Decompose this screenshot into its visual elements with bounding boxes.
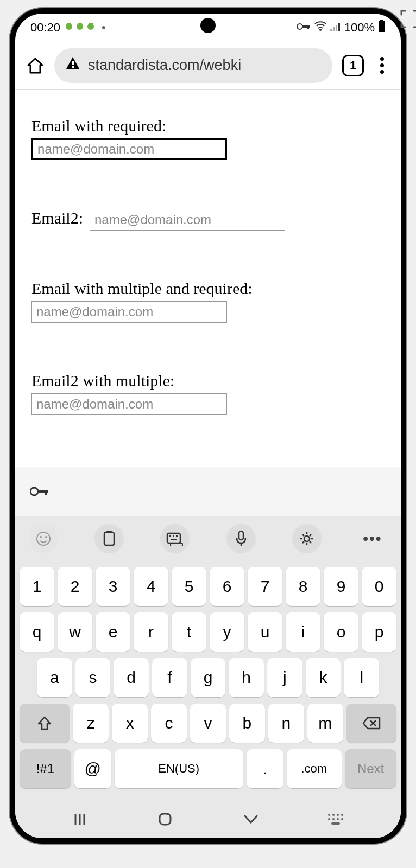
key-1[interactable]: 1 — [20, 567, 54, 606]
key-5[interactable]: 5 — [172, 567, 206, 606]
key-q[interactable]: q — [20, 612, 54, 652]
key-t[interactable]: t — [172, 612, 206, 652]
keyboard-row-space: !#1 @ EN(US) . .com Next — [20, 749, 396, 788]
key-4[interactable]: 4 — [134, 567, 168, 606]
tab-count-text: 1 — [350, 59, 356, 73]
key-x[interactable]: x — [112, 704, 148, 743]
keyboard-row-bottom: z x c v b n m — [20, 704, 396, 743]
symbols-key[interactable]: !#1 — [20, 749, 71, 788]
key-3[interactable]: 3 — [96, 567, 130, 606]
field-label: Email with multiple and required: — [31, 279, 385, 298]
key-v[interactable]: v — [190, 704, 226, 743]
svg-point-46 — [341, 818, 343, 820]
com-key[interactable]: .com — [287, 749, 342, 788]
form-field-email-multiple-required: Email with multiple and required: — [31, 279, 385, 323]
key-7[interactable]: 7 — [248, 567, 282, 606]
svg-rect-38 — [160, 814, 171, 825]
at-key[interactable]: @ — [74, 749, 111, 788]
vpn-key-icon — [297, 21, 311, 35]
key-h[interactable]: h — [229, 658, 264, 697]
key-6[interactable]: 6 — [210, 567, 244, 606]
key-o[interactable]: o — [324, 612, 358, 652]
voice-input-button[interactable] — [226, 524, 256, 553]
key-8[interactable]: 8 — [286, 567, 320, 606]
svg-rect-47 — [331, 822, 340, 825]
key-a[interactable]: a — [37, 658, 72, 697]
form-field-email-required: Email with required: — [31, 117, 385, 160]
next-key[interactable]: Next — [345, 749, 396, 788]
key-d[interactable]: d — [114, 658, 149, 697]
key-k[interactable]: k — [306, 658, 341, 697]
key-2[interactable]: 2 — [58, 567, 92, 606]
key-i[interactable]: i — [286, 612, 320, 652]
svg-rect-30 — [171, 539, 177, 540]
password-key-icon[interactable] — [29, 481, 51, 502]
svg-point-6 — [297, 24, 302, 29]
notification-dot-icon: • — [102, 21, 106, 35]
key-0[interactable]: 0 — [362, 567, 396, 606]
period-key[interactable]: . — [247, 749, 283, 788]
space-key[interactable]: EN(US) — [115, 749, 243, 788]
field-label: Email with required: — [31, 117, 385, 135]
key-p[interactable]: p — [362, 612, 396, 652]
browser-toolbar: standardista.com/webki 1 — [15, 42, 401, 90]
key-n[interactable]: n — [268, 704, 304, 743]
email2-multiple-input[interactable] — [31, 393, 227, 415]
url-bar[interactable]: standardista.com/webki — [54, 48, 332, 83]
emoji-button[interactable] — [29, 524, 58, 553]
keyboard-toggle-button[interactable] — [323, 806, 350, 833]
home-nav-button[interactable] — [152, 806, 179, 833]
svg-rect-32 — [239, 531, 243, 540]
svg-rect-16 — [72, 61, 74, 65]
key-l[interactable]: l — [344, 658, 379, 697]
svg-point-22 — [40, 536, 42, 538]
key-m[interactable]: m — [307, 704, 343, 743]
svg-rect-29 — [176, 535, 178, 537]
key-s[interactable]: s — [75, 658, 111, 697]
status-time: 00:20 — [30, 21, 60, 35]
svg-rect-8 — [307, 25, 309, 29]
email-multiple-required-input[interactable] — [31, 301, 227, 323]
key-y[interactable]: y — [210, 612, 244, 652]
key-b[interactable]: b — [229, 704, 265, 743]
email-required-input[interactable] — [31, 138, 227, 160]
key-f[interactable]: f — [152, 658, 187, 697]
home-button[interactable] — [26, 56, 45, 75]
svg-rect-13 — [338, 23, 340, 31]
settings-gear-button[interactable] — [292, 524, 322, 553]
camera-notch — [200, 18, 216, 33]
not-secure-icon — [65, 56, 80, 75]
phone-frame: 00:20 • 100% — [10, 8, 406, 844]
recent-apps-button[interactable] — [66, 806, 93, 833]
key-z[interactable]: z — [73, 704, 109, 743]
key-u[interactable]: u — [248, 612, 282, 652]
key-9[interactable]: 9 — [324, 567, 358, 606]
keyboard-more-button[interactable]: ••• — [358, 524, 387, 553]
wifi-icon — [314, 21, 327, 35]
tab-switcher[interactable]: 1 — [342, 55, 364, 76]
keyboard-settings-button[interactable] — [160, 524, 190, 553]
key-j[interactable]: j — [267, 658, 302, 697]
browser-menu-button[interactable] — [374, 57, 390, 74]
svg-rect-1 — [67, 23, 71, 24]
clipboard-button[interactable] — [94, 524, 124, 553]
svg-rect-10 — [330, 29, 332, 31]
key-w[interactable]: w — [58, 612, 92, 652]
key-c[interactable]: c — [151, 704, 187, 743]
svg-rect-15 — [379, 21, 385, 32]
field-label: Email2 with multiple: — [31, 372, 385, 390]
email2-input[interactable] — [90, 209, 285, 231]
backspace-key[interactable] — [346, 704, 396, 743]
key-r[interactable]: r — [134, 612, 168, 652]
shift-key[interactable] — [20, 704, 70, 743]
svg-rect-20 — [45, 490, 47, 495]
scanner-icon — [399, 8, 416, 30]
svg-point-34 — [304, 536, 310, 541]
page-content[interactable]: Email with required: Email2: Email with … — [15, 90, 401, 467]
key-g[interactable]: g — [191, 658, 226, 697]
svg-point-40 — [332, 814, 335, 816]
key-e[interactable]: e — [96, 612, 130, 652]
back-nav-button[interactable] — [237, 806, 264, 833]
svg-rect-31 — [171, 543, 182, 546]
keyboard-suggestion-strip — [15, 467, 401, 516]
